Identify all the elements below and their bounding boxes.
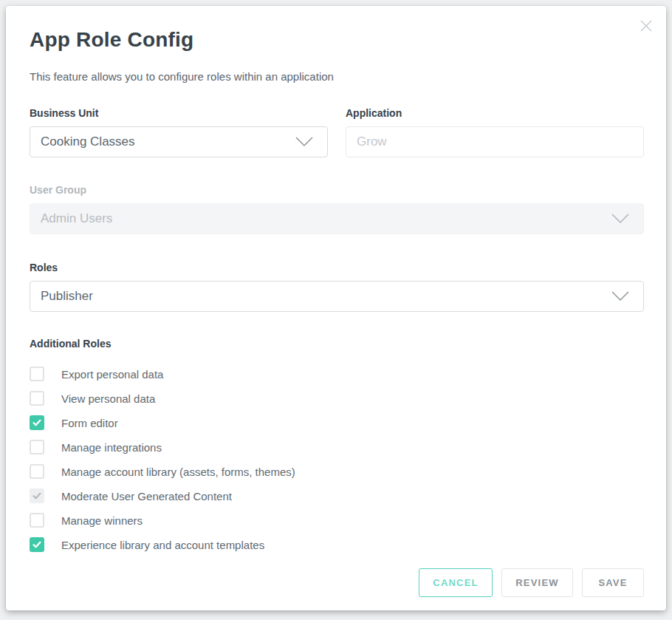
roles-label: Roles	[30, 262, 644, 273]
checkbox[interactable]	[30, 537, 44, 552]
checkbox-label: Manage winners	[61, 514, 143, 527]
business-unit-select[interactable]: Cooking Classes	[30, 126, 328, 157]
additional-roles-label: Additional Roles	[30, 338, 644, 350]
review-button[interactable]: REVIEW	[501, 568, 573, 597]
checkbox[interactable]	[30, 513, 44, 528]
checkbox-row: Form editor	[30, 415, 644, 430]
check-icon	[32, 539, 42, 550]
page-title: App Role Config	[30, 28, 644, 52]
checkbox[interactable]	[30, 367, 44, 381]
dialog-subtitle: This feature allows you to configure rol…	[30, 70, 644, 83]
check-icon	[32, 418, 42, 428]
chevron-down-icon	[295, 136, 314, 148]
business-unit-value: Cooking Classes	[41, 134, 135, 149]
checkbox-row: Export personal data	[30, 367, 644, 381]
app-role-config-dialog: App Role Config This feature allows you …	[6, 6, 666, 610]
checkbox	[30, 488, 44, 503]
roles-value: Publisher	[41, 289, 93, 304]
checkbox-row: Manage account library (assets, forms, t…	[30, 464, 644, 479]
close-icon[interactable]	[638, 18, 654, 34]
checkbox-row: Manage integrations	[30, 440, 644, 454]
user-group-value: Admin Users	[41, 211, 112, 226]
chevron-down-icon	[611, 290, 630, 302]
checkbox[interactable]	[30, 440, 44, 454]
check-icon	[32, 491, 42, 501]
user-group-label: User Group	[30, 184, 644, 196]
checkbox-label: Export personal data	[61, 368, 163, 381]
application-input[interactable]	[346, 126, 644, 157]
user-group-select: Admin Users	[30, 203, 644, 234]
checkbox[interactable]	[30, 464, 44, 479]
checkbox-row: Experience library and account templates	[30, 537, 644, 552]
checkbox-label: Experience library and account templates	[61, 539, 264, 551]
checkbox-label: View personal data	[61, 392, 155, 405]
checkbox-label: Manage account library (assets, forms, t…	[61, 466, 295, 478]
checkbox-label: Moderate User Generated Content	[61, 490, 232, 503]
checkbox[interactable]	[30, 415, 44, 430]
additional-roles-list: Export personal dataView personal dataFo…	[30, 367, 644, 552]
checkbox-row: Moderate User Generated Content	[30, 488, 644, 503]
checkbox[interactable]	[30, 391, 44, 406]
checkbox-row: View personal data	[30, 391, 644, 406]
roles-select[interactable]: Publisher	[30, 281, 644, 312]
cancel-button[interactable]: CANCEL	[419, 568, 493, 597]
chevron-down-icon	[611, 213, 630, 225]
checkbox-label: Form editor	[61, 417, 118, 429]
checkbox-label: Manage integrations	[61, 441, 162, 454]
checkbox-row: Manage winners	[30, 513, 644, 528]
business-unit-label: Business Unit	[30, 107, 328, 119]
close-x-glyph	[640, 19, 653, 33]
save-button[interactable]: SAVE	[582, 568, 644, 597]
dialog-footer: CANCEL REVIEW SAVE	[419, 568, 644, 597]
application-label: Application	[346, 107, 644, 119]
